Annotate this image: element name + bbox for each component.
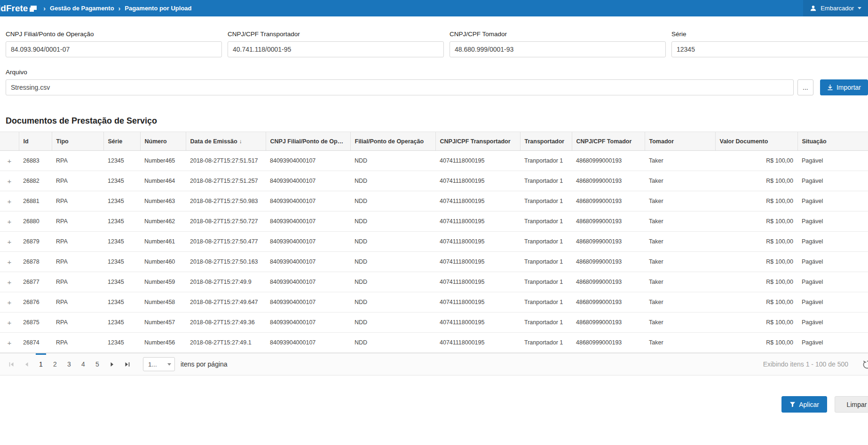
download-icon — [827, 84, 833, 91]
column-header-situacao[interactable]: Situação — [797, 132, 868, 151]
column-header-id[interactable]: Id — [19, 132, 52, 151]
column-header-data-emissao[interactable]: Data de Emissão↓ — [186, 132, 266, 151]
expand-cell: + — [0, 333, 19, 353]
column-header-transportador[interactable]: Transportador — [520, 132, 572, 151]
cell-cnpj_tomador: 48680999000193 — [572, 232, 645, 252]
cell-serie: 12345 — [103, 333, 140, 353]
cell-id: 26880 — [19, 211, 52, 232]
cell-serie: 12345 — [103, 272, 140, 292]
expand-row-icon[interactable]: + — [0, 278, 19, 286]
column-header-serie[interactable]: Série — [103, 132, 140, 151]
pager-page-2[interactable]: 2 — [48, 353, 62, 375]
table-row: +26875RPA12345Number4572018-08-27T15:27:… — [0, 312, 868, 333]
pager-first-button[interactable] — [4, 353, 19, 375]
pager-last-button[interactable] — [119, 353, 134, 375]
cnpj-filial-input[interactable] — [6, 41, 222, 57]
pager-previous-button[interactable] — [19, 353, 34, 375]
table-row: +26880RPA12345Number4622018-08-27T15:27:… — [0, 211, 868, 232]
expand-row-icon[interactable]: + — [0, 319, 19, 327]
field-cnpj-filial: CNPJ Filial/Ponto de Operação — [6, 31, 222, 57]
browse-file-button[interactable]: ... — [797, 79, 813, 95]
table-row: +26874RPA12345Number4562018-08-27T15:27:… — [0, 333, 868, 353]
column-header-cnpj-transportador[interactable]: CNPJ/CPF Transportador — [435, 132, 520, 151]
logo-text: ldFrete — [0, 3, 28, 14]
table-row: +26878RPA12345Number4602018-08-27T15:27:… — [0, 252, 868, 272]
cell-cnpj_transp: 40741118000195 — [435, 232, 520, 252]
grid-body: +26883RPA12345Number4652018-08-27T15:27:… — [0, 151, 868, 353]
expand-row-icon[interactable]: + — [0, 238, 19, 246]
cell-data: 2018-08-27T15:27:50.163 — [186, 252, 266, 272]
cell-tomador: Taker — [645, 151, 715, 171]
serie-input[interactable] — [671, 41, 868, 57]
cell-valor: R$ 100,00 — [715, 191, 797, 211]
cell-id: 26882 — [19, 171, 52, 191]
cell-numero: Number464 — [140, 171, 186, 191]
cell-data: 2018-08-27T15:27:49.647 — [186, 292, 266, 312]
cell-valor: R$ 100,00 — [715, 252, 797, 272]
cell-filial: NDD — [350, 333, 435, 353]
cell-cnpj_transp: 40741118000195 — [435, 272, 520, 292]
pager-status: Exibindo itens 1 - 100 de 500 — [763, 360, 864, 368]
expand-row-icon[interactable]: + — [0, 339, 19, 347]
cell-cnpj_transp: 40741118000195 — [435, 312, 520, 333]
column-header-cnpj-filial[interactable]: CNPJ Filial/Ponto de Operaç... — [266, 132, 350, 151]
expand-cell: + — [0, 252, 19, 272]
column-header-tomador[interactable]: Tomador — [645, 132, 715, 151]
field-cnpj-tomador: CNPJ/CPF Tomador — [450, 31, 666, 57]
cell-id: 26877 — [19, 272, 52, 292]
expand-cell: + — [0, 292, 19, 312]
column-header-cnpj-tomador[interactable]: CNPJ/CPF Tomador — [572, 132, 645, 151]
apply-button-label: Aplicar — [799, 401, 819, 408]
page-size-select[interactable]: 1... — [143, 357, 175, 371]
expand-row-icon[interactable]: + — [0, 157, 19, 165]
refresh-icon[interactable] — [862, 359, 868, 371]
cnpj-tomador-input[interactable] — [450, 41, 666, 57]
field-serie: Série — [671, 31, 868, 57]
pager-page-1[interactable]: 1 — [34, 353, 48, 375]
pager-page-3[interactable]: 3 — [62, 353, 76, 375]
column-header-numero[interactable]: Número — [140, 132, 186, 151]
cell-situacao: Pagável — [797, 232, 868, 252]
expand-cell: + — [0, 151, 19, 171]
pager-page-4[interactable]: 4 — [76, 353, 90, 375]
cell-data: 2018-08-27T15:27:51.517 — [186, 151, 266, 171]
user-menu-button[interactable]: Embarcador — [803, 0, 868, 16]
expand-row-icon[interactable]: + — [0, 197, 19, 205]
expand-cell: + — [0, 171, 19, 191]
column-header-valor[interactable]: Valor Documento — [715, 132, 797, 151]
expand-row-icon[interactable]: + — [0, 258, 19, 266]
column-header-filial[interactable]: Filial/Ponto de Operação — [350, 132, 435, 151]
cell-cnpj_filial: 84093904000107 — [266, 211, 350, 232]
cell-id: 26878 — [19, 252, 52, 272]
cell-tomador: Taker — [645, 171, 715, 191]
import-button[interactable]: Importar — [820, 79, 868, 95]
cell-tomador: Taker — [645, 333, 715, 353]
expand-row-icon[interactable]: + — [0, 298, 19, 306]
pager-next-button[interactable] — [104, 353, 119, 375]
expand-row-icon[interactable]: + — [0, 177, 19, 185]
clear-button[interactable]: Limpar — [835, 396, 868, 413]
apply-button[interactable]: Aplicar — [781, 396, 827, 413]
breadcrumb-item-pagamento-upload[interactable]: Pagamento por Upload — [125, 5, 191, 12]
cell-transportador: Tranportador 1 — [520, 191, 572, 211]
section-title: Documentos de Prestação de Serviço — [6, 116, 868, 126]
expand-row-icon[interactable]: + — [0, 218, 19, 226]
cell-filial: NDD — [350, 191, 435, 211]
cell-data: 2018-08-27T15:27:49.36 — [186, 312, 266, 333]
cell-data: 2018-08-27T15:27:50.477 — [186, 232, 266, 252]
pager-page-5[interactable]: 5 — [90, 353, 104, 375]
field-cnpj-transportador: CNPJ/CPF Transportador — [228, 31, 444, 57]
filter-panel: CNPJ Filial/Ponto de Operação CNPJ/CPF T… — [0, 16, 868, 95]
cell-filial: NDD — [350, 171, 435, 191]
cell-valor: R$ 100,00 — [715, 151, 797, 171]
breadcrumb-item-gestao[interactable]: Gestão de Pagamento — [50, 5, 114, 12]
cell-data: 2018-08-27T15:27:49.1 — [186, 333, 266, 353]
breadcrumb-separator-icon: › — [43, 5, 46, 12]
cell-serie: 12345 — [103, 191, 140, 211]
cell-cnpj_tomador: 48680999000193 — [572, 333, 645, 353]
cell-valor: R$ 100,00 — [715, 171, 797, 191]
cnpj-transportador-input[interactable] — [228, 41, 444, 57]
cell-tipo: RPA — [52, 292, 103, 312]
pager-pages: 12345 — [34, 353, 104, 375]
column-header-tipo[interactable]: Tipo — [52, 132, 103, 151]
